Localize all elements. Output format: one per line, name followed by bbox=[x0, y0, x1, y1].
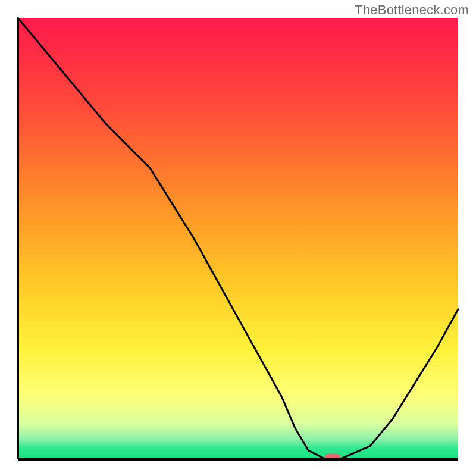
watermark-label: TheBottleneck.com bbox=[355, 2, 469, 18]
bottleneck-chart bbox=[0, 0, 476, 476]
gradient-background bbox=[18, 18, 458, 459]
chart-container: TheBottleneck.com bbox=[0, 0, 476, 476]
